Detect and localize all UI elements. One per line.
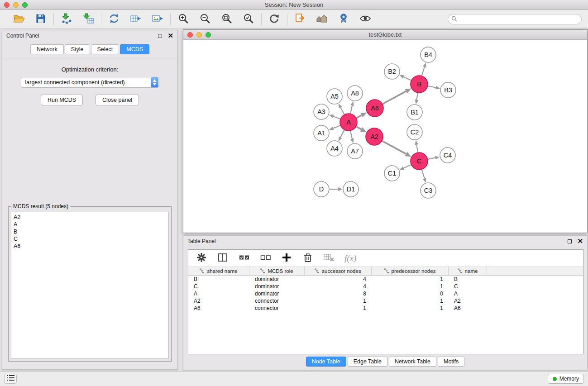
delete-column-button[interactable] <box>302 253 314 264</box>
table-cell[interactable]: dominator <box>249 283 305 290</box>
toolbar-search-box[interactable] <box>448 14 582 24</box>
zoom-selected-button[interactable] <box>242 13 255 26</box>
network-edge-C-C2[interactable] <box>416 145 418 152</box>
network-node-B2[interactable]: B2 <box>384 64 400 79</box>
network-window-titlebar[interactable]: testGlobe.txt <box>183 30 587 40</box>
network-edge-B-B2[interactable] <box>403 77 411 81</box>
minimize-window-button[interactable] <box>13 2 19 8</box>
export-image-button[interactable] <box>151 13 164 26</box>
zoom-in-button[interactable] <box>177 13 190 26</box>
close-window-button[interactable] <box>4 2 10 8</box>
close-network-window-button[interactable] <box>187 32 193 38</box>
result-item[interactable]: A2 <box>14 214 166 221</box>
network-node-B3[interactable]: B3 <box>440 82 456 98</box>
network-node-C3[interactable]: C3 <box>421 183 436 198</box>
table-cell[interactable]: connector <box>249 297 305 305</box>
zoom-out-button[interactable] <box>198 13 212 26</box>
table-row[interactable]: Cdominator41C <box>188 283 583 290</box>
zoom-fit-button[interactable] <box>220 13 234 26</box>
open-session-button[interactable] <box>12 13 26 26</box>
memory-button[interactable]: Memory <box>548 374 584 384</box>
table-cell[interactable]: 0 <box>372 290 449 297</box>
network-edge-A6-B[interactable] <box>383 91 406 104</box>
toggle-visibility-button[interactable] <box>359 13 372 26</box>
network-node-A2[interactable]: A2 <box>366 128 383 145</box>
minimize-network-window-button[interactable] <box>196 32 202 38</box>
network-node-D1[interactable]: D1 <box>343 181 359 197</box>
network-node-B1[interactable]: B1 <box>407 105 422 120</box>
search-input[interactable] <box>459 16 578 23</box>
clone-network-button[interactable] <box>293 13 307 26</box>
table-cell[interactable]: 1 <box>372 297 449 305</box>
tab-edge-table[interactable]: Edge Table <box>348 357 387 367</box>
table-cell[interactable]: 8 <box>305 290 372 297</box>
zoom-window-button[interactable] <box>22 2 28 8</box>
column-header-shared-name[interactable]: shared name <box>188 267 249 275</box>
table-cell[interactable]: 1 <box>305 305 372 312</box>
export-table-button[interactable] <box>129 13 143 26</box>
tab-select[interactable]: Select <box>91 44 120 54</box>
tab-motifs[interactable]: Motifs <box>438 357 464 367</box>
network-node-B4[interactable]: B4 <box>421 47 436 62</box>
network-edge-A-A8[interactable] <box>350 105 352 113</box>
tab-network-table[interactable]: Network Table <box>389 357 436 367</box>
table-cell[interactable]: dominator <box>249 290 305 297</box>
import-network-button[interactable] <box>60 13 73 26</box>
close-panel-button[interactable]: Close panel <box>96 95 139 105</box>
network-node-A7[interactable]: A7 <box>347 143 363 159</box>
network-edge-C-C4[interactable] <box>428 158 435 159</box>
table-cell[interactable]: 4 <box>305 276 372 283</box>
table-cell[interactable]: 1 <box>372 276 449 283</box>
network-node-C1[interactable]: C1 <box>384 166 400 181</box>
run-mcds-button[interactable]: Run MCDS <box>41 95 83 105</box>
deselect-all-button[interactable] <box>259 253 271 264</box>
network-node-A4[interactable]: A4 <box>327 141 342 156</box>
import-table-button[interactable] <box>81 13 95 26</box>
table-settings-button[interactable] <box>196 253 207 264</box>
tab-node-table[interactable]: Node Table <box>306 357 346 367</box>
network-canvas[interactable]: B4B2BB3A5A8A6A3B1AC2A1A2A4A7C4CC1C3DD1 <box>183 40 587 233</box>
network-edge-A-A4[interactable] <box>340 130 344 138</box>
table-cell[interactable]: 4 <box>305 283 372 290</box>
float-table-panel-icon[interactable] <box>568 239 572 243</box>
network-edge-B-B4[interactable] <box>422 67 425 76</box>
network-edge-A-A6[interactable] <box>357 115 362 118</box>
network-edge-A-A5[interactable] <box>340 108 344 114</box>
network-node-A5[interactable]: A5 <box>327 89 342 104</box>
criterion-dropdown[interactable]: largest connected component (directed) <box>21 77 159 88</box>
table-cell[interactable]: A <box>449 290 487 297</box>
network-node-A[interactable]: A <box>340 114 357 131</box>
result-item[interactable]: B <box>14 228 166 235</box>
network-node-A6[interactable]: A6 <box>366 100 383 117</box>
table-cell[interactable]: B <box>449 276 487 283</box>
tab-style[interactable]: Style <box>65 44 90 54</box>
table-cell[interactable]: dominator <box>249 276 305 283</box>
network-edge-C-C1[interactable] <box>404 165 411 168</box>
result-item[interactable]: A <box>14 221 166 228</box>
table-cell[interactable]: C <box>449 283 487 290</box>
table-cell[interactable]: 1 <box>372 283 449 290</box>
table-cell[interactable]: A2 <box>188 297 249 305</box>
table-cell[interactable]: 1 <box>305 297 372 305</box>
table-row[interactable]: A2connector11A2 <box>188 297 583 305</box>
function-builder-button[interactable]: f(x) <box>344 253 356 264</box>
table-row[interactable]: A6connector11A6 <box>188 305 583 312</box>
table-cell[interactable]: A6 <box>449 305 487 312</box>
table-cell[interactable]: C <box>188 283 249 290</box>
home-layout-button[interactable] <box>315 13 329 26</box>
network-edge-A2-C[interactable] <box>382 141 406 154</box>
table-row[interactable]: Adominator80A <box>188 290 583 297</box>
table-cell[interactable]: connector <box>249 305 305 312</box>
table-cell[interactable]: 1 <box>372 305 449 312</box>
network-edge-C-C3[interactable] <box>422 170 425 178</box>
network-node-C2[interactable]: C2 <box>407 124 422 140</box>
add-column-button[interactable] <box>281 253 292 264</box>
tab-network[interactable]: Network <box>30 44 64 54</box>
column-header-predecessor-nodes[interactable]: predecessor nodes <box>372 267 449 275</box>
refresh-button[interactable] <box>268 13 281 26</box>
table-cell[interactable]: A <box>188 290 249 297</box>
style-badge-button[interactable] <box>337 13 350 26</box>
export-network-button[interactable] <box>107 13 121 26</box>
network-edge-A-A2[interactable] <box>356 127 361 129</box>
table-row[interactable]: Bdominator41B <box>188 276 583 283</box>
